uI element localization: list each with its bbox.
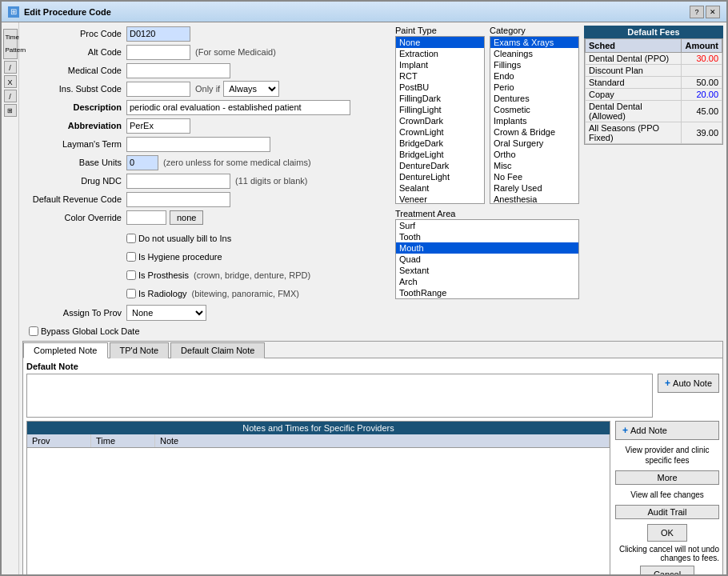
tab-completed-note[interactable]: Completed Note	[23, 342, 108, 358]
list-item[interactable]: Tooth	[396, 231, 578, 242]
toolbar-x-btn[interactable]: X	[4, 75, 17, 88]
list-item[interactable]: Sealant	[396, 182, 484, 194]
notes-table-container: Notes and Times for Specific Providers P…	[26, 421, 610, 574]
ok-button[interactable]: OK	[647, 524, 687, 542]
laymans-term-label: Layman's Term	[22, 139, 126, 149]
cancel-button[interactable]: Cancel	[640, 566, 694, 574]
paint-type-list[interactable]: None Extraction Implant RCT PostBU Filli…	[395, 36, 485, 204]
bypass-checkbox[interactable]	[29, 326, 38, 336]
proc-code-input[interactable]	[126, 26, 190, 42]
list-item[interactable]: Mouth	[396, 242, 578, 254]
help-button[interactable]: ?	[690, 6, 704, 18]
base-units-label: Base Units	[22, 158, 126, 167]
audit-trail-button[interactable]: Audit Trail	[615, 505, 719, 519]
medical-code-input[interactable]	[126, 63, 230, 78]
tab-default-claim-note[interactable]: Default Claim Note	[170, 342, 265, 358]
left-toolbar: TimePattern / X / ⊞	[2, 22, 19, 574]
list-item[interactable]: FillingLight	[396, 104, 484, 115]
prosthesis-checkbox-row[interactable]: Is Prosthesis	[126, 270, 189, 280]
list-item[interactable]: ToothRange	[396, 287, 578, 298]
list-item[interactable]: Ortho	[490, 149, 578, 160]
list-item[interactable]: No Fee	[490, 171, 578, 182]
description-input[interactable]	[126, 100, 350, 115]
alt-code-input[interactable]	[126, 45, 190, 60]
table-row[interactable]: Standard 50.00	[586, 77, 722, 89]
table-row[interactable]: Dental Dental (PPO) 30.00	[586, 53, 722, 65]
tab-tpd-note[interactable]: TP'd Note	[110, 342, 170, 358]
fees-header: Default Fees	[584, 26, 723, 38]
list-item[interactable]: None	[396, 37, 484, 48]
list-item[interactable]: Surf	[396, 220, 578, 231]
list-item[interactable]: Extraction	[396, 48, 484, 59]
list-item[interactable]: Fillings	[490, 59, 578, 70]
fees-col-sched: Sched	[586, 39, 682, 53]
list-item[interactable]: Dentures	[490, 93, 578, 104]
base-units-input[interactable]	[126, 155, 158, 170]
list-item[interactable]: CrownDark	[396, 115, 484, 126]
time-pattern-btn[interactable]: TimePattern	[3, 29, 18, 59]
table-row[interactable]: Dental Dental (Allowed) 45.00	[586, 101, 722, 122]
list-item[interactable]: BridgeDark	[396, 138, 484, 149]
list-item[interactable]: Rarely Used	[490, 182, 578, 194]
dont-bill-checkbox[interactable]	[126, 234, 136, 243]
more-button[interactable]: More	[615, 470, 719, 485]
medical-code-label: Medical Code	[22, 66, 126, 75]
table-row[interactable]: All Seasons (PPO Fixed) 39.00	[586, 122, 722, 144]
bypass-checkbox-row[interactable]: Bypass Global Lock Date	[29, 326, 140, 336]
list-item[interactable]: Crown & Bridge	[490, 126, 578, 138]
toolbar-slash-btn[interactable]: /	[4, 61, 17, 74]
list-item[interactable]: Endo	[490, 70, 578, 82]
list-item[interactable]: DentureDark	[396, 160, 484, 171]
assign-prov-select[interactable]: None Primary Secondary	[126, 305, 206, 321]
revenue-code-label: Default Revenue Code	[22, 194, 126, 204]
auto-note-button[interactable]: + Auto Note	[658, 374, 719, 393]
list-item[interactable]: Quad	[396, 254, 578, 265]
list-item[interactable]: Misc	[490, 160, 578, 171]
list-item[interactable]: BridgeLight	[396, 149, 484, 160]
alt-code-label: Alt Code	[22, 47, 126, 57]
treatment-area-list[interactable]: Surf Tooth Mouth Quad Sextant Arch Tooth…	[395, 219, 579, 299]
list-item[interactable]: Perio	[490, 82, 578, 93]
revenue-code-input[interactable]	[126, 192, 230, 207]
none-button[interactable]: none	[170, 210, 203, 225]
list-item[interactable]: PostBU	[396, 82, 484, 93]
window-title: Edit Procedure Code	[24, 7, 111, 17]
category-list[interactable]: Exams & Xrays Cleanings Fillings Endo Pe…	[490, 36, 579, 204]
table-row[interactable]: Copay 20.00	[586, 89, 722, 101]
list-item[interactable]: Anesthesia	[490, 194, 578, 204]
only-if-select[interactable]: Always Never Sometimes	[223, 81, 279, 97]
drug-ndc-input[interactable]	[126, 174, 230, 189]
list-item[interactable]: Implant	[396, 59, 484, 70]
list-item[interactable]: DentureLight	[396, 171, 484, 182]
hygiene-checkbox-row[interactable]: Is Hygiene procedure	[126, 252, 222, 262]
laymans-term-input[interactable]	[126, 137, 270, 152]
radiology-checkbox-row[interactable]: Is Radiology	[126, 289, 187, 298]
list-item[interactable]: CrownLight	[396, 126, 484, 138]
fee-sched: Discount Plan	[586, 65, 682, 77]
list-item[interactable]: Veneer	[396, 194, 484, 204]
view-fee-changes-text: View all fee changes	[615, 490, 719, 500]
hygiene-checkbox[interactable]	[126, 252, 136, 262]
list-item[interactable]: Oral Surgery	[490, 138, 578, 149]
drug-ndc-hint: (11 digits or blank)	[235, 176, 308, 186]
list-item[interactable]: Cleanings	[490, 48, 578, 59]
toolbar-grid-btn[interactable]: ⊞	[4, 104, 17, 117]
list-item[interactable]: Exams & Xrays	[490, 37, 578, 48]
note-textarea[interactable]	[26, 374, 653, 418]
toolbar-slash2-btn[interactable]: /	[4, 90, 17, 102]
prosthesis-checkbox[interactable]	[126, 270, 136, 280]
ins-subst-input[interactable]	[126, 82, 190, 97]
add-note-button[interactable]: + Add Note	[615, 421, 719, 440]
list-item[interactable]: Sextant	[396, 265, 578, 276]
abbreviation-input[interactable]	[126, 118, 190, 134]
dont-bill-checkbox-row[interactable]: Do not usually bill to Ins	[126, 234, 231, 243]
list-item[interactable]: Cosmetic	[490, 104, 578, 115]
radiology-checkbox[interactable]	[126, 289, 136, 298]
list-item[interactable]: Arch	[396, 276, 578, 287]
list-item[interactable]: Implants	[490, 115, 578, 126]
right-panel: + Add Note View provider and clinic spec…	[615, 421, 719, 574]
close-button[interactable]: ✕	[706, 6, 720, 18]
list-item[interactable]: RCT	[396, 70, 484, 82]
list-item[interactable]: FillingDark	[396, 93, 484, 104]
table-row[interactable]: Discount Plan	[586, 65, 722, 77]
